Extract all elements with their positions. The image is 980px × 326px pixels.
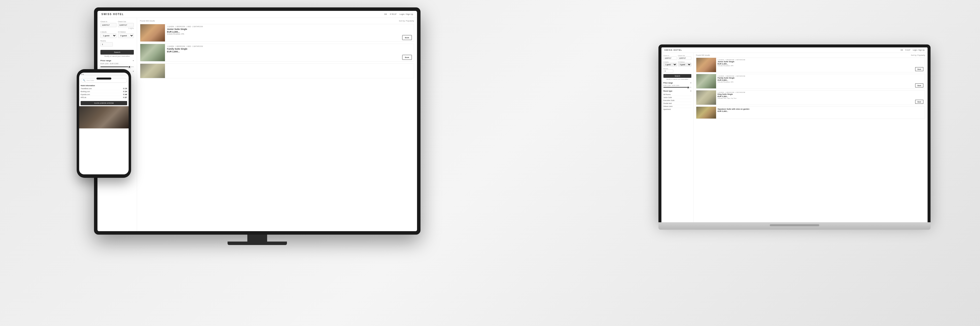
room-includes-1: Includes Breakfast, SPA [167, 33, 400, 35]
laptop-room-image-3 [696, 90, 716, 105]
laptop-room-all[interactable]: All Rooms [663, 93, 691, 96]
price-range-label: Price range [100, 60, 111, 62]
room-card-3 [140, 63, 414, 78]
monitor-stand-neck [247, 235, 267, 242]
laptop-room-type-arrow: ▾ [690, 90, 691, 92]
laptop-screen: SWISS HOTEL DE € 0,97 Login / Sign Up [662, 47, 928, 222]
checkin-input[interactable] [100, 23, 116, 27]
phone-list-item-1: Booking.com € 134 [81, 90, 127, 93]
price-slider-track[interactable] [100, 66, 134, 67]
laptop-room-executive[interactable]: Executive Suite [663, 99, 691, 102]
phone-section-title: Hotel information [81, 85, 127, 87]
laptop-checkin-label: Check In [663, 55, 677, 56]
laptop-room-includes-2: Includes Breakfast, SPA [718, 81, 914, 83]
laptop-main: Found 300 results Sort by: Popularity 1 … [694, 53, 928, 222]
monitor-body: SWISS HOTEL DE € 55,97 Login / Sign Up [94, 8, 420, 235]
rooms-input[interactable] [100, 42, 113, 46]
phone-item-label-0: TravelBest.com [81, 88, 92, 89]
laptop-price-range-arrow: ▾ [690, 82, 691, 84]
laptop-checkin-group: Check In Check Out [663, 55, 691, 60]
laptop-room-name-1: Junior Suite Single [718, 60, 914, 63]
laptop-room-name-2: Family Suite Single [718, 77, 914, 79]
laptop-rooms-input[interactable] [663, 70, 673, 73]
laptop-book-button-3[interactable]: Book [915, 100, 923, 104]
laptop-book-button-2[interactable]: Book [915, 84, 923, 87]
laptop-sort-label[interactable]: Sort by: Popularity [911, 54, 925, 56]
book-button-2[interactable]: Book [402, 55, 412, 60]
laptop-price-slider[interactable] [663, 87, 691, 88]
guests-group: 2 Adults 1 guest 3 Children 0 guest [100, 31, 134, 38]
desktop-header-nav: DE € 55,97 Login / Sign Up [384, 13, 413, 15]
laptop-sidebar: Check In Check Out [662, 53, 694, 222]
room-price-1: EUR 2,300... [167, 31, 400, 33]
laptop-room-double[interactable]: Double bed [663, 102, 691, 105]
laptop-book-button-1[interactable]: Book [915, 67, 923, 71]
search-button[interactable]: Search [100, 50, 134, 55]
phone-room-image [79, 106, 129, 128]
results-header: Found 300 results Sort by: Popularity [140, 20, 414, 22]
laptop-room-deluxe[interactable]: Deluxe room [663, 105, 691, 108]
phone-time: 9:41 [81, 74, 84, 75]
laptop-adults-select[interactable]: 1 guest [663, 63, 677, 66]
laptop-search-button[interactable]: Search [663, 74, 691, 78]
laptop-room-includes-3: Includes SPA, Spa, City Tour [718, 98, 914, 99]
rooms-label: Rooms [100, 40, 134, 42]
laptop-checkin-input[interactable] [663, 57, 677, 60]
phone-list-item-0: TravelBest.com € 178 [81, 87, 127, 90]
laptop-rooms-group: Rooms [663, 68, 691, 73]
desktop-lang[interactable]: DE [384, 13, 387, 15]
laptop-room-type-section: Room type ▾ [663, 90, 691, 92]
laptop-header-nav: DE € 0,97 Login / Sign Up [900, 49, 924, 51]
children-select[interactable]: 0 guest [118, 33, 134, 38]
room-name-2: Family Suite Single [167, 47, 400, 50]
sort-label[interactable]: Sort by: Popularity [399, 20, 414, 22]
laptop-content: Check In Check Out [662, 53, 928, 222]
phone-item-label-3: HRS.de [81, 97, 86, 98]
desktop-app-header: SWISS HOTEL DE € 55,97 Login / Sign Up [97, 11, 417, 18]
laptop-room-card-2: 1 QUEEN · 1 BEDROOM · 1 BATHROOM Family … [696, 74, 925, 89]
laptop-modify-link[interactable]: Modify or cancel your reservation [663, 79, 691, 80]
laptop-currency[interactable]: € 0,97 [905, 49, 910, 51]
laptop-room-image-4 [696, 107, 716, 119]
laptop-lang[interactable]: DE [900, 49, 903, 51]
room-info-2: 1 QUEEN · 1 BEDROOM · 1 BED · 1 BATHROOM… [165, 44, 402, 61]
modify-link[interactable]: Modify or cancel your reservation [100, 55, 134, 57]
room-type-arrow: ▾ [133, 70, 134, 72]
phone-book-bar[interactable]: CLICK & BOOK A ROOM [81, 101, 127, 105]
desktop-currency[interactable]: € 55,97 [390, 13, 397, 15]
laptop-login[interactable]: Login / Sign Up [913, 49, 924, 51]
phone-hotel-section: Hotel information TravelBest.com € 178 B… [79, 84, 129, 100]
phone-item-label-1: Booking.com [81, 91, 90, 92]
checkout-input[interactable] [118, 23, 134, 27]
room-image-2 [140, 44, 165, 61]
price-slider-thumb[interactable] [128, 66, 130, 68]
laptop-room-junior[interactable]: Junior Suite [663, 96, 691, 99]
phone-search-placeholder: Your hotel [86, 79, 94, 81]
checkout-label: Check Out [118, 21, 134, 22]
phone-list-item-3: HRS.de € 327 [81, 96, 127, 99]
laptop-room-name-3: King Suite Single [718, 93, 914, 95]
laptop-checkout-label: Check Out [678, 55, 692, 56]
room-card-1: 1 QUEEN · 1 BEDROOM · 1 BED · 2 BATHROOM… [140, 24, 414, 42]
laptop-checkout-input[interactable] [678, 57, 692, 60]
price-slider-fill [100, 66, 130, 67]
laptop: SWISS HOTEL DE € 0,97 Login / Sign Up [659, 44, 931, 267]
phone-screen: 9:41 🔍 Your hotel Hotel information Trav… [79, 73, 129, 174]
laptop-room-price-1: EUR 2,300... [718, 63, 914, 65]
phone-body: 9:41 🔍 Your hotel Hotel information Trav… [77, 69, 131, 178]
children-label: 3 Children [118, 31, 134, 33]
laptop-screen-container: SWISS HOTEL DE € 0,97 Login / Sign Up [659, 44, 931, 222]
book-button-1[interactable]: Book [402, 35, 412, 40]
desktop-login[interactable]: Login / Sign Up [399, 13, 413, 15]
laptop-price-range-label: Price range [663, 82, 673, 84]
laptop-room-image-1 [696, 58, 716, 72]
desktop-app: SWISS HOTEL DE € 55,97 Login / Sign Up [97, 11, 417, 231]
laptop-room-info-4: Signature Suite with view on garden EUR … [716, 107, 925, 119]
laptop-children-select[interactable]: 0 guest [678, 63, 692, 66]
phone-item-label-2: Expedia.com [81, 93, 90, 95]
laptop-room-apartment[interactable]: Apartment [663, 108, 691, 111]
laptop-room-info-1: 1 QUEEN · 1 BEDROOM · 2 BATHROOM Junior … [716, 58, 915, 72]
adults-select[interactable]: 1 guest [100, 33, 116, 38]
laptop-slider-thumb[interactable] [687, 87, 689, 89]
laptop-app: SWISS HOTEL DE € 0,97 Login / Sign Up [662, 47, 928, 222]
